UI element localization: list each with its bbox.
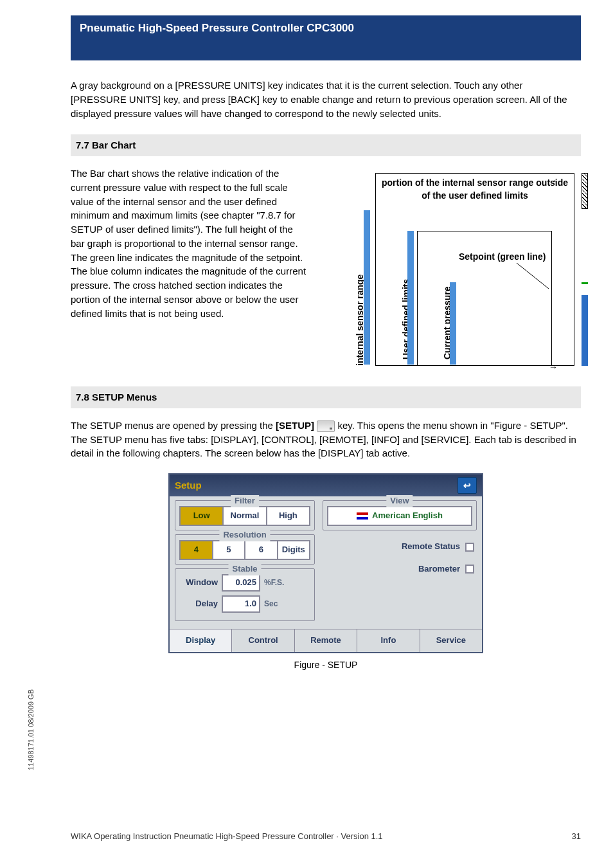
arrow-icon: →: [549, 361, 558, 374]
diagram-bar-internal: [364, 210, 370, 365]
figure-caption: Figure - SETUP: [71, 658, 581, 671]
tab-service[interactable]: Service: [420, 629, 482, 652]
window-label: Window: [179, 577, 218, 589]
setup-paragraph: The SETUP menus are opened by pressing t…: [71, 419, 581, 460]
resolution-option-4[interactable]: 4: [179, 540, 213, 560]
page-number: 31: [572, 831, 581, 841]
arrow-icon: →: [549, 174, 558, 187]
delay-unit: Sec: [264, 599, 278, 610]
footer-text: WIKA Operating Instruction Pneumatic Hig…: [71, 831, 383, 841]
intro-paragraph: A gray background on a [PRESSURE UNITS] …: [71, 78, 581, 120]
back-button[interactable]: ↩: [458, 477, 477, 494]
barchart-text: The Bar chart shows the relative indicat…: [71, 167, 308, 372]
diagram-setpoint-arrow: [517, 263, 555, 302]
document-reference: 11498171.01 08/2009 GB: [27, 689, 35, 770]
diagram-blue-column: [582, 295, 588, 366]
svg-line-0: [517, 263, 549, 289]
diagram-top-label: portion of the internal sensor range out…: [378, 176, 571, 203]
tab-info[interactable]: Info: [357, 629, 420, 652]
window-value[interactable]: 0.025: [222, 574, 260, 592]
delay-label: Delay: [179, 598, 218, 610]
filter-option-normal[interactable]: Normal: [224, 506, 267, 526]
page-header: Pneumatic High-Speed Pressure Controller…: [71, 15, 581, 60]
setup-tabs: DisplayControlRemoteInfoService: [170, 629, 482, 652]
filter-option-high[interactable]: High: [267, 506, 310, 526]
filter-option-low[interactable]: Low: [179, 506, 224, 526]
diagram-hatch: [582, 173, 588, 209]
remote-status-label: Remote Status: [402, 541, 460, 553]
view-legend: View: [386, 495, 413, 507]
language-button[interactable]: American English: [327, 506, 472, 526]
diagram-setpoint-label: Setpoint (green line): [459, 250, 546, 263]
setup-para-before: The SETUP menus are opened by pressing t…: [71, 420, 276, 431]
resolution-option-digits[interactable]: Digits: [278, 540, 311, 560]
diagram-bar-current: [450, 282, 456, 365]
window-unit: %F.S.: [264, 577, 284, 588]
barometer-checkbox[interactable]: [465, 565, 474, 574]
view-group: View American English: [323, 500, 477, 530]
stable-legend: Stable: [228, 563, 261, 575]
tab-control[interactable]: Control: [232, 629, 294, 652]
resolution-option-6[interactable]: 6: [245, 540, 278, 560]
barchart-row: The Bar chart shows the relative indicat…: [71, 167, 581, 372]
header-title: Pneumatic High-Speed Pressure Controller…: [80, 22, 354, 34]
setup-window-title: Setup: [175, 478, 202, 493]
tab-remote[interactable]: Remote: [295, 629, 357, 652]
diagram-green-line: [582, 282, 588, 284]
filter-legend: Filter: [231, 495, 259, 507]
setup-screenshot: Setup ↩ Filter LowNormalHigh Resolution …: [168, 473, 483, 653]
section-heading-78: 7.8 SETUP Menus: [71, 386, 581, 408]
tab-display[interactable]: Display: [170, 629, 232, 652]
resolution-group: Resolution 456Digits: [175, 534, 315, 565]
content-area: A gray background on a [PRESSURE UNITS] …: [71, 78, 581, 671]
remote-status-checkbox[interactable]: [465, 543, 474, 552]
flag-icon: [357, 512, 368, 520]
section-heading-77: 7.7 Bar Chart: [71, 134, 581, 156]
stable-group: Stable Window 0.025 %F.S. Delay 1.0 Sec: [175, 568, 315, 621]
resolution-option-5[interactable]: 5: [213, 540, 246, 560]
page-footer: WIKA Operating Instruction Pneumatic Hig…: [71, 831, 581, 841]
barometer-label: Barometer: [418, 563, 460, 575]
filter-group: Filter LowNormalHigh: [175, 500, 315, 530]
language-label: American English: [372, 510, 443, 522]
diagram-bar-user: [407, 231, 414, 365]
resolution-legend: Resolution: [219, 529, 270, 541]
setup-key-label: [SETUP]: [276, 420, 314, 431]
setup-titlebar: Setup ↩: [170, 475, 482, 496]
barchart-diagram: portion of the internal sensor range out…: [324, 167, 581, 372]
delay-value[interactable]: 1.0: [222, 595, 260, 613]
remote-status-row[interactable]: Remote Status: [323, 541, 474, 553]
setup-key-icon: [317, 420, 335, 432]
barometer-row[interactable]: Barometer: [323, 563, 474, 575]
